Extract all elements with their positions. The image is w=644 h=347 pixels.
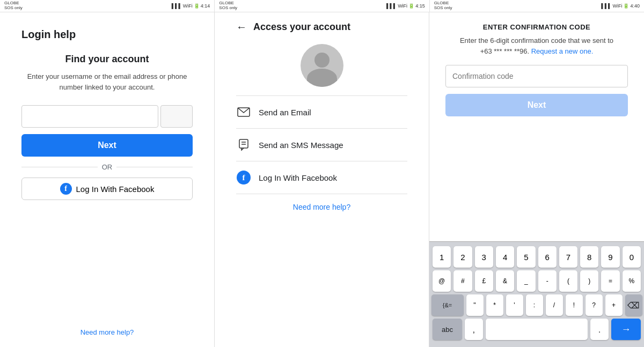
login-help-panel: Login help Find your account Enter your … [0,12,215,347]
key-1[interactable]: 1 [433,246,451,268]
next-button-panel3[interactable]: Next [445,94,628,116]
key-2[interactable]: 2 [453,246,472,268]
confirmation-panel: ENTER CONFIRMATION CODE Enter the 6-digi… [429,12,644,116]
or-line-right [116,167,193,167]
account-input-row [21,105,193,128]
status-bar-2: GLOBE SOS only ▌▌▌ WiFi 🔋 4:15 [215,0,429,12]
keyboard-row-numbers: 1 2 3 4 5 6 7 8 9 0 [433,246,641,268]
key-3[interactable]: 3 [475,246,493,268]
key-comma[interactable]: , [465,319,483,340]
confirmation-code-input[interactable] [445,65,628,87]
need-help-link-panel1[interactable]: Need more help? [80,328,134,336]
email-icon [236,105,251,120]
key-percent[interactable]: % [623,270,641,292]
key-space[interactable] [486,319,588,340]
key-6[interactable]: 6 [538,246,557,268]
facebook-login-label-panel1: Log In With Facebook [76,184,155,194]
keyboard-row-bottom: abc , . → [433,319,641,340]
status-bars: GLOBE SOS only ▌▌▌ WiFi 🔋 4:14 GLOBE SOS… [0,0,644,12]
panel2-header: ← Access your account [236,21,407,33]
keyboard-row-symbols2: {&= " * ' : / ! ? + ⌫ [433,294,641,316]
or-divider: OR [21,163,193,171]
key-period[interactable]: . [590,319,609,340]
send-email-label: Send an Email [259,108,311,117]
facebook-login-option[interactable]: f Log In With Facebook [236,161,407,194]
confirm-section-title: ENTER CONFIRMATION CODE [445,23,628,31]
back-arrow[interactable]: ← [236,21,247,33]
account-input[interactable] [21,105,158,128]
key-hash[interactable]: # [453,270,472,292]
key-at[interactable]: @ [433,270,451,292]
send-sms-label: Send an SMS Message [259,141,343,150]
access-options-list: Send an Email Send an SMS Message f [236,95,407,194]
facebook-icon-panel1: f [60,183,72,195]
key-exclaim[interactable]: ! [566,294,583,316]
key-5[interactable]: 5 [517,246,535,268]
key-return[interactable]: → [611,319,641,340]
panel1-title: Login help [21,28,76,41]
key-rparen[interactable]: ) [580,270,598,292]
key-4[interactable]: 4 [496,246,514,268]
or-line-left [21,167,98,167]
sms-icon [236,137,251,152]
facebook-login-button-panel1[interactable]: f Log In With Facebook [21,178,193,200]
key-lparen[interactable]: ( [559,270,577,292]
confirm-description: Enter the 6-digit confirmation code that… [445,35,628,56]
key-equals[interactable]: = [601,270,619,292]
access-account-panel: ← Access your account Send an Email [215,12,429,347]
key-abc[interactable]: abc [433,319,462,340]
panel2-title: Access your account [253,21,350,33]
key-8[interactable]: 8 [580,246,598,268]
key-apostrophe[interactable]: ' [506,294,523,316]
next-button-panel1[interactable]: Next [21,134,193,157]
main-panels: Login help Find your account Enter your … [0,12,644,347]
key-question[interactable]: ? [586,294,603,316]
send-email-option[interactable]: Send an Email [236,95,407,129]
key-0[interactable]: 0 [623,246,641,268]
find-account-heading: Find your account [65,54,149,65]
find-account-description: Enter your username or the email address… [21,71,193,92]
key-amp[interactable]: & [496,270,514,292]
key-slash[interactable]: / [546,294,563,316]
status-bar-3: GLOBE SOS only ▌▌▌ WiFi 🔋 4:40 [430,0,644,12]
facebook-login-label-panel2: Log In With Facebook [259,173,337,182]
key-plus[interactable]: + [605,294,623,316]
confirmation-panel-wrapper: ENTER CONFIRMATION CODE Enter the 6-digi… [429,12,644,347]
need-help-link-panel2[interactable]: Need more help? [293,203,350,211]
facebook-icon-panel2: f [236,170,251,185]
key-pound[interactable]: £ [475,270,493,292]
svg-rect-1 [239,139,248,148]
on-screen-keyboard: 1 2 3 4 5 6 7 8 9 0 @ # £ & _ - ( ) [429,241,644,347]
user-avatar [301,44,343,87]
key-9[interactable]: 9 [601,246,619,268]
status-bar-1: GLOBE SOS only ▌▌▌ WiFi 🔋 4:14 [0,0,215,12]
key-underscore[interactable]: _ [517,270,535,292]
key-quote[interactable]: " [466,294,484,316]
key-backspace[interactable]: ⌫ [625,294,642,316]
key-colon[interactable]: : [526,294,543,316]
key-7[interactable]: 7 [559,246,577,268]
send-sms-option[interactable]: Send an SMS Message [236,129,407,161]
or-text: OR [102,163,113,171]
key-switch-sym[interactable]: {&= [431,294,464,316]
key-star[interactable]: * [486,294,503,316]
captcha-box [160,105,193,128]
key-minus[interactable]: - [538,270,557,292]
keyboard-row-symbols1: @ # £ & _ - ( ) = % [433,270,641,292]
request-new-code-link[interactable]: Request a new one. [531,47,594,55]
